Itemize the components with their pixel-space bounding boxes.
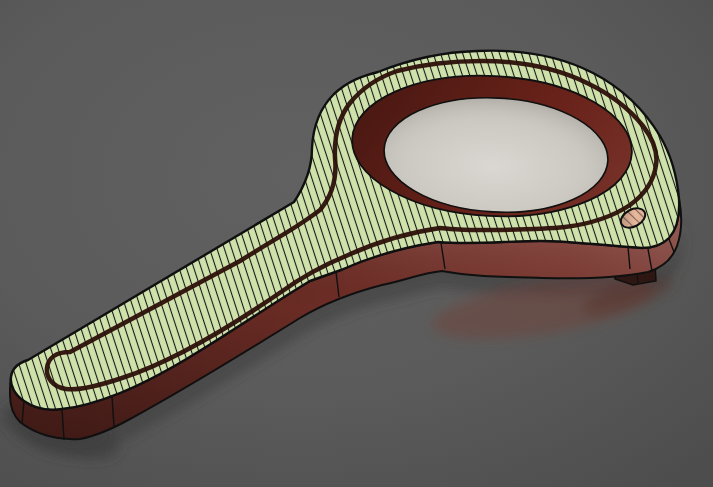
- viewport[interactable]: [0, 0, 713, 487]
